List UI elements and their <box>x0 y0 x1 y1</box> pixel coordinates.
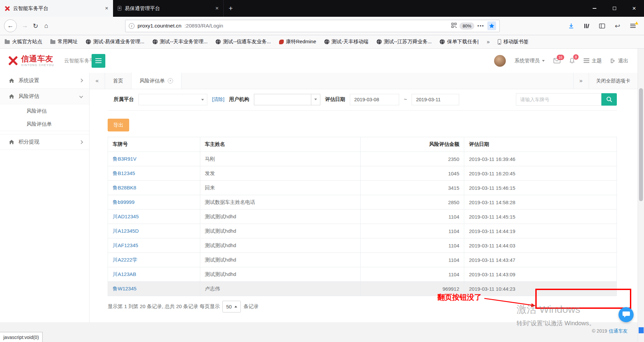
bookmark-item-mobile[interactable]: 移动版书签 <box>498 39 529 45</box>
zoom-level-badge[interactable]: 80% <box>460 22 474 30</box>
plate-link[interactable]: 鲁B3R91V <box>113 156 137 162</box>
col-header-plate: 车牌号 <box>108 137 200 152</box>
plate-link[interactable]: 川AF12345 <box>113 242 138 248</box>
footer-brand-link[interactable]: 信通车友 <box>609 328 628 334</box>
user-menu[interactable]: 系统管理员 <box>515 58 545 64</box>
sidebar-toggle-button[interactable] <box>598 23 606 28</box>
plate-link[interactable]: 鲁W12345 <box>113 286 137 291</box>
plate-cell[interactable]: 川A2222学 <box>108 253 200 267</box>
org-select[interactable] <box>254 94 320 105</box>
browser-navbar: ← → ↻ ⌂ i proxy1.countnet.cn :20893/RA/L… <box>0 17 644 35</box>
window-maximize-button[interactable] <box>604 0 624 17</box>
sidebar-item-system-settings[interactable]: 系统设置 <box>0 73 89 89</box>
table-row: 鲁b99999测试数据车主姓名电话28502019-03-11 14:58:28 <box>108 195 617 210</box>
sidebar-subitem-risk-assessment-form[interactable]: 风险评估单 <box>0 118 89 131</box>
back-button[interactable]: ← <box>4 19 17 32</box>
browser-tab-inactive[interactable]: 易保通管理平台 × <box>113 0 224 17</box>
plate-cell[interactable]: 鲁b99999 <box>108 195 200 210</box>
pagination-unit: 条记录 <box>244 303 259 310</box>
plate-cell[interactable]: 鲁B3R91V <box>108 152 200 166</box>
plate-link[interactable]: 鲁b99999 <box>113 199 135 205</box>
sidebar-subitem-risk-assessment[interactable]: 风险评估 <box>0 104 89 118</box>
logout-button[interactable]: 退出 <box>610 58 628 64</box>
date-cell: 2019-03-11 14:44:19 <box>464 224 617 238</box>
chevron-right-icon <box>79 78 83 82</box>
messages-button[interactable]: 16 <box>553 58 560 63</box>
date-from-input[interactable] <box>350 94 399 105</box>
plate-link[interactable]: 鲁B12345 <box>113 170 135 176</box>
sidebar-item-risk-assessment[interactable]: 风险评估 <box>0 89 89 104</box>
bookmark-item[interactable]: 测试-天丰移动端 <box>324 39 369 45</box>
date-to-input[interactable] <box>412 94 459 105</box>
plate-link[interactable]: 川AD12345 <box>113 214 139 219</box>
search-button[interactable] <box>601 93 617 106</box>
home-button[interactable]: ⌂ <box>41 22 52 30</box>
filter-bar: 所属平台 [清除] 用户机构 评估日期 ~ <box>108 93 617 111</box>
library-button[interactable] <box>582 23 591 28</box>
window-close-button[interactable]: × <box>624 0 644 17</box>
platform-select[interactable] <box>139 94 207 105</box>
tab-scroll-right-button[interactable]: » <box>573 73 589 89</box>
plate-link[interactable]: 鲁B28BK8 <box>113 185 136 190</box>
page-tab-home[interactable]: 首页 <box>105 73 131 89</box>
bookmarks-overflow-icon[interactable]: » <box>487 39 490 45</box>
tab-close-icon[interactable]: × <box>215 5 219 12</box>
plate-cell[interactable]: 鲁B28BK8 <box>108 181 200 195</box>
bookmark-item[interactable]: 测试--江苏万舜业务... <box>377 39 432 45</box>
bookmark-item[interactable]: 测试-易保通业务管理... <box>86 39 145 45</box>
bookmark-label: 测试--天丰业务管理... <box>160 39 208 45</box>
page-size-select[interactable]: 50 <box>222 301 241 312</box>
sidebar-item-points-withdrawal[interactable]: 积分提现 <box>0 134 89 150</box>
clear-filter-link[interactable]: [清除] <box>212 96 224 103</box>
page-actions-icon[interactable]: ••• <box>477 23 484 28</box>
bookmark-star-button[interactable] <box>487 21 496 30</box>
sidebar-collapse-button[interactable] <box>92 54 105 68</box>
plate-cell[interactable]: 川A12345D <box>108 224 200 238</box>
globe-icon <box>377 39 382 44</box>
bookmark-item[interactable]: 火狐官方站点 <box>5 39 42 45</box>
site-info-icon[interactable]: i <box>129 23 135 29</box>
bookmark-item[interactable]: 康特Redmine <box>279 39 316 45</box>
bookmark-item[interactable]: 测试--信通车友业务... <box>216 39 271 45</box>
plate-search-input[interactable] <box>516 93 601 106</box>
close-all-tabs-button[interactable]: 关闭全部选项卡 <box>589 73 638 89</box>
plate-cell[interactable]: 川A123AB <box>108 267 200 282</box>
tab-close-icon[interactable]: × <box>168 78 173 83</box>
qr-extension-icon[interactable] <box>451 23 457 29</box>
tab-close-icon[interactable]: × <box>105 5 108 12</box>
bookmark-item[interactable]: 保单下载任务| <box>440 39 479 45</box>
page-scrollbar[interactable] <box>638 49 644 342</box>
plate-link[interactable]: 川A2222学 <box>113 257 137 263</box>
chat-widget-button[interactable] <box>619 307 634 322</box>
forward-button[interactable]: → <box>19 22 30 30</box>
tab-scroll-left-button[interactable]: « <box>90 73 105 89</box>
app-logo[interactable]: 信通车友 XINTONG CHEYOU 云智能车务平台 <box>0 55 90 67</box>
window-minimize-button[interactable] <box>585 0 604 17</box>
scrollbar-thumb[interactable] <box>639 88 643 201</box>
url-bar[interactable]: i proxy1.countnet.cn :20893/RA/Login 80%… <box>125 20 500 32</box>
bookmark-item[interactable]: 常用网址 <box>50 39 78 45</box>
col-header-date: 评估日期 <box>464 137 617 152</box>
bookmark-item[interactable]: 测试--天丰业务管理... <box>153 39 208 45</box>
brand-name-en: XINTONG CHEYOU <box>21 64 54 67</box>
plate-link[interactable]: 川A123AB <box>113 271 136 277</box>
plate-cell[interactable]: 川AF12345 <box>108 238 200 253</box>
downloads-button[interactable] <box>567 23 576 29</box>
reload-button[interactable]: ↻ <box>30 22 41 30</box>
menu-button[interactable] <box>629 24 637 28</box>
plate-cell[interactable]: 川AD12345 <box>108 210 200 224</box>
theme-button[interactable]: 主题 <box>584 58 602 64</box>
plate-cell[interactable]: 鲁W12345 <box>108 282 200 296</box>
plate-link[interactable]: 川A12345D <box>113 228 139 234</box>
new-tab-button[interactable]: + <box>224 0 238 17</box>
undo-extension-icon[interactable]: ↩ <box>613 22 622 30</box>
user-avatar[interactable] <box>494 55 506 67</box>
export-button[interactable]: 导出 <box>108 119 129 131</box>
chevron-up-icon <box>234 306 237 307</box>
notifications-button[interactable]: 8 <box>569 58 575 64</box>
page-tab-risk-form[interactable]: 风险评估单 × <box>131 73 181 89</box>
dropdown-button[interactable] <box>311 94 320 105</box>
browser-tab-active[interactable]: 云智能车务平台 × <box>0 0 113 17</box>
plate-cell[interactable]: 鲁B12345 <box>108 166 200 181</box>
maximize-icon <box>613 7 616 10</box>
